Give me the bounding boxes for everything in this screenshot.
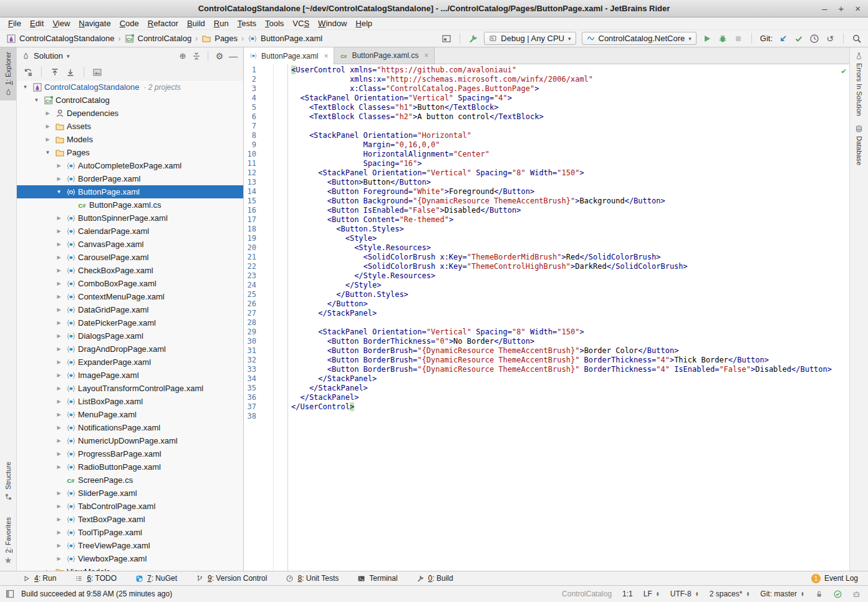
- code-line-17[interactable]: 17 <Button Content="Re-themed">: [244, 215, 849, 225]
- close-icon[interactable]: ×: [324, 52, 328, 61]
- code-line-29[interactable]: 29 <StackPanel Orientation="Vertical" Sp…: [244, 328, 849, 337]
- code-line-31[interactable]: 31 <Button BorderBrush="{DynamicResource…: [244, 346, 849, 356]
- bottom-tool-8-unit-tests[interactable]: 8: Unit Tests: [286, 574, 339, 583]
- sync-with-editor-icon[interactable]: [23, 67, 33, 77]
- git-branch-widget[interactable]: Git: master▲▼: [760, 590, 804, 598]
- chevron-down-icon[interactable]: ▾: [67, 53, 70, 59]
- tree-collapsed-icon[interactable]: ▶: [54, 490, 64, 496]
- lock-icon[interactable]: [815, 590, 823, 598]
- code-line-12[interactable]: 12 <StackPanel Orientation="Vertical" Sp…: [244, 168, 849, 178]
- code-line-23[interactable]: 23 </Style.Resources>: [244, 271, 849, 281]
- tree-collapsed-icon[interactable]: ▶: [54, 438, 64, 444]
- inspection-status-icon[interactable]: ✔: [841, 66, 846, 75]
- tree-collapsed-icon[interactable]: ▶: [42, 137, 53, 142]
- run-config-select[interactable]: Debug | Any CPU ▾: [484, 32, 576, 45]
- line-number[interactable]: 37: [244, 402, 256, 412]
- tree-row-treeviewpage-xaml[interactable]: ▶TreeViewPage.xaml: [17, 539, 243, 552]
- tree-row-screenpage-cs[interactable]: C#ScreenPage.cs: [17, 473, 243, 487]
- line-number[interactable]: 28: [244, 318, 256, 328]
- git-commit-icon[interactable]: [794, 34, 804, 44]
- tree-collapsed-icon[interactable]: ▶: [54, 294, 64, 299]
- line-number[interactable]: 33: [244, 365, 256, 374]
- tree-row-dependencies[interactable]: ▶Dependencies: [17, 107, 243, 120]
- code-line-36[interactable]: 36 </StackPanel>: [244, 393, 849, 402]
- menu-refactor[interactable]: Refactor: [143, 19, 183, 28]
- line-number[interactable]: 6: [244, 112, 256, 122]
- tree-collapsed-icon[interactable]: ▶: [54, 320, 64, 326]
- tree-collapsed-icon[interactable]: ▶: [54, 517, 64, 522]
- tree-expanded-icon[interactable]: ▼: [42, 150, 53, 155]
- git-update-icon[interactable]: [778, 34, 788, 44]
- tab-buttonpage-xaml-cs[interactable]: C#ButtonPage.xaml.cs×: [334, 47, 435, 64]
- tree-row-imagepage-xaml[interactable]: ▶ImagePage.xaml: [17, 369, 243, 382]
- tree-row-pages[interactable]: ▼Pages: [17, 146, 243, 159]
- line-number[interactable]: 24: [244, 281, 256, 290]
- tree-collapsed-icon[interactable]: ▶: [54, 372, 64, 378]
- tree-collapsed-icon[interactable]: ▶: [54, 228, 64, 234]
- tree-row-numericupdownpage-xaml[interactable]: ▶NumericUpDownPage.xaml: [17, 434, 243, 447]
- code-line-18[interactable]: 18 <Button.Styles>: [244, 225, 849, 234]
- breadcrumb-item-controlcatalog[interactable]: C#ControlCatalog: [125, 34, 192, 44]
- line-number[interactable]: 21: [244, 253, 256, 262]
- line-number[interactable]: 9: [244, 140, 256, 150]
- code-line-19[interactable]: 19 <Style>: [244, 234, 849, 243]
- tree-row-expanderpage-xaml[interactable]: ▶ExpanderPage.xaml: [17, 356, 243, 369]
- tree-expanded-icon[interactable]: ▼: [20, 84, 31, 90]
- line-number[interactable]: 12: [244, 168, 256, 178]
- code-line-3[interactable]: 3 x:Class="ControlCatalog.Pages.ButtonPa…: [244, 84, 849, 94]
- tree-row-carouselpage-xaml[interactable]: ▶CarouselPage.xaml: [17, 251, 243, 264]
- tree-collapsed-icon[interactable]: ▶: [54, 268, 64, 273]
- build-solution-icon[interactable]: [468, 34, 478, 44]
- line-number[interactable]: 13: [244, 178, 256, 187]
- tree-row-menupage-xaml[interactable]: ▶MenuPage.xaml: [17, 408, 243, 421]
- tree-collapsed-icon[interactable]: ▶: [54, 503, 64, 509]
- line-number[interactable]: 16: [244, 206, 256, 215]
- tree-collapsed-icon[interactable]: ▶: [54, 215, 64, 221]
- code-line-38[interactable]: 38: [244, 412, 849, 421]
- tool-stripe-button-structure[interactable]: Structure: [0, 457, 16, 505]
- code-line-34[interactable]: 34 </StackPanel>: [244, 374, 849, 384]
- run-button-icon[interactable]: [702, 34, 712, 44]
- navigate-down-icon[interactable]: [65, 67, 75, 77]
- line-number[interactable]: 17: [244, 215, 256, 225]
- tree-row-sliderpage-xaml[interactable]: ▶SliderPage.xaml: [17, 487, 243, 500]
- menu-vcs[interactable]: VCS: [288, 19, 314, 28]
- tree-collapsed-icon[interactable]: ▶: [54, 255, 64, 260]
- menu-tools[interactable]: Tools: [261, 19, 288, 28]
- tree-row-canvaspage-xaml[interactable]: ▶CanvasPage.xaml: [17, 238, 243, 251]
- debug-button-icon[interactable]: [718, 34, 728, 44]
- line-number[interactable]: 10: [244, 150, 256, 159]
- inspections-ok-icon[interactable]: [834, 590, 842, 598]
- tree-row-autocompleteboxpage-xaml[interactable]: ▶AutoCompleteBoxPage.xaml: [17, 159, 243, 172]
- code-line-13[interactable]: 13 <Button>Button</Button>: [244, 178, 849, 187]
- code-line-27[interactable]: 27 </StackPanel>: [244, 309, 849, 318]
- tool-stripe-button-database[interactable]: Database: [850, 120, 868, 170]
- breadcrumb-item-buttonpage-xaml[interactable]: ButtonPage.xaml: [248, 34, 322, 44]
- tree-collapsed-icon[interactable]: ▶: [54, 176, 64, 182]
- tree-collapsed-icon[interactable]: ▶: [54, 464, 64, 470]
- stop-button-icon[interactable]: [733, 34, 743, 44]
- line-number[interactable]: 7: [244, 122, 256, 131]
- tree-row-draganddroppage-xaml[interactable]: ▶DragAndDropPage.xaml: [17, 342, 243, 356]
- menu-run[interactable]: Run: [210, 19, 233, 28]
- tool-stripe-button-2-favorites[interactable]: 2: Favorites★: [0, 513, 16, 568]
- tree-row-comboboxpage-xaml[interactable]: ▶ComboBoxPage.xaml: [17, 277, 243, 290]
- line-number[interactable]: 1: [244, 66, 256, 75]
- line-number[interactable]: 3: [244, 84, 256, 94]
- line-number[interactable]: 29: [244, 328, 256, 337]
- tree-row-datagridpage-xaml[interactable]: ▶DataGridPage.xaml: [17, 303, 243, 316]
- bottom-tool-9-version-control[interactable]: 9: Version Control: [196, 574, 267, 583]
- tree-collapsed-icon[interactable]: ▶: [54, 451, 64, 457]
- tree-row-controlcatalogstandalone[interactable]: ▼ControlCatalogStandalone· 2 projects: [17, 80, 243, 94]
- line-number[interactable]: 22: [244, 262, 256, 271]
- tree-collapsed-icon[interactable]: ▶: [42, 110, 53, 116]
- tree-collapsed-icon[interactable]: ▶: [54, 346, 64, 352]
- tree-collapsed-icon[interactable]: ▶: [54, 543, 64, 548]
- tree-collapsed-icon[interactable]: ▶: [54, 359, 64, 365]
- line-number[interactable]: 32: [244, 356, 256, 365]
- tree-row-radiobuttonpage-xaml[interactable]: ▶RadioButtonPage.xaml: [17, 460, 243, 473]
- line-number[interactable]: 20: [244, 243, 256, 253]
- tree-row-dialogspage-xaml[interactable]: ▶DialogsPage.xaml: [17, 329, 243, 342]
- maximize-button[interactable]: +: [838, 3, 844, 14]
- line-number[interactable]: 27: [244, 309, 256, 318]
